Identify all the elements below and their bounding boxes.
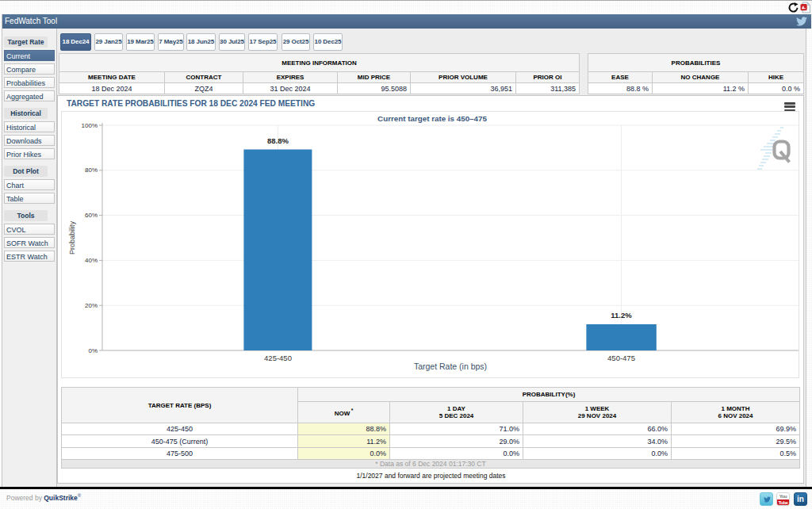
svg-text:88.8%: 88.8%	[267, 136, 289, 145]
svg-text:60%: 60%	[85, 212, 98, 219]
svg-text:40%: 40%	[85, 257, 98, 264]
svg-text:0%: 0%	[88, 347, 98, 354]
svg-text:425-450: 425-450	[264, 354, 292, 362]
svg-text:Current target rate is 450–475: Current target rate is 450–475	[377, 114, 487, 123]
svg-text:11.2%: 11.2%	[611, 311, 632, 320]
svg-text:20%: 20%	[85, 302, 98, 309]
svg-text:Target Rate (in bps): Target Rate (in bps)	[414, 362, 487, 371]
svg-text:Probability: Probability	[68, 220, 76, 254]
svg-text:100%: 100%	[82, 122, 98, 129]
svg-text:80%: 80%	[85, 166, 98, 174]
svg-text:450-475: 450-475	[607, 354, 635, 362]
